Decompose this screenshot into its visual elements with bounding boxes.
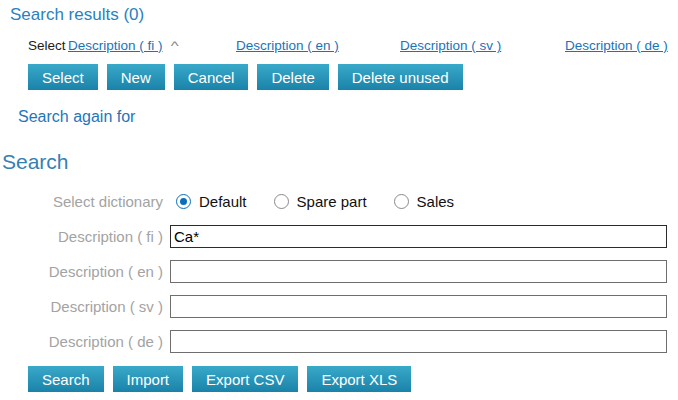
sort-link-description-fi[interactable]: Description ( fi )	[68, 38, 163, 53]
sort-link-description-de[interactable]: Description ( de )	[565, 38, 668, 53]
search-section-heading: Search	[2, 150, 678, 174]
description-en-row: Description ( en )	[0, 260, 678, 283]
search-again-heading: Search again for	[18, 108, 678, 126]
sort-ascending-icon: ^	[170, 40, 178, 52]
search-results-heading: Search results (0)	[10, 5, 678, 25]
description-sv-input[interactable]	[170, 295, 667, 318]
select-button[interactable]: Select	[28, 64, 98, 90]
radio-selected-icon[interactable]	[176, 194, 191, 209]
sort-link-description-en[interactable]: Description ( en )	[236, 38, 339, 53]
description-de-input[interactable]	[170, 330, 667, 353]
description-sv-label: Description ( sv )	[0, 298, 170, 315]
description-fi-label: Description ( fi )	[0, 228, 170, 245]
radio-option-spare-part[interactable]: Spare part	[274, 193, 367, 210]
radio-option-default[interactable]: Default	[176, 193, 247, 210]
select-column-label: Select	[28, 38, 68, 53]
radio-option-sales[interactable]: Sales	[394, 193, 455, 210]
delete-button[interactable]: Delete	[257, 64, 328, 90]
cancel-button[interactable]: Cancel	[174, 64, 249, 90]
description-de-row: Description ( de )	[0, 330, 678, 353]
export-csv-button[interactable]: Export CSV	[192, 366, 298, 392]
new-button[interactable]: New	[107, 64, 165, 90]
results-column-header-row: Select Description ( fi ) ^ Description …	[28, 38, 678, 53]
radio-label-sales: Sales	[417, 193, 455, 210]
radio-label-spare-part: Spare part	[297, 193, 367, 210]
description-fi-row: Description ( fi )	[0, 225, 678, 248]
dictionary-radio-group: Default Spare part Sales	[176, 193, 481, 210]
description-fi-input[interactable]	[170, 225, 667, 248]
export-xls-button[interactable]: Export XLS	[307, 366, 411, 392]
select-dictionary-label: Select dictionary	[0, 193, 170, 210]
radio-unselected-icon[interactable]	[274, 194, 289, 209]
description-en-input[interactable]	[170, 260, 667, 283]
description-sv-row: Description ( sv )	[0, 295, 678, 318]
form-actions: Search Import Export CSV Export XLS	[28, 366, 678, 392]
radio-unselected-icon[interactable]	[394, 194, 409, 209]
results-toolbar: Select New Cancel Delete Delete unused	[28, 64, 678, 90]
search-form: Select dictionary Default Spare part Sal…	[0, 190, 678, 353]
dictionary-row: Select dictionary Default Spare part Sal…	[0, 190, 678, 213]
radio-label-default: Default	[199, 193, 247, 210]
import-button[interactable]: Import	[113, 366, 184, 392]
description-en-label: Description ( en )	[0, 263, 170, 280]
description-de-label: Description ( de )	[0, 333, 170, 350]
delete-unused-button[interactable]: Delete unused	[338, 64, 463, 90]
sort-link-description-sv[interactable]: Description ( sv )	[400, 38, 501, 53]
search-button[interactable]: Search	[28, 366, 104, 392]
